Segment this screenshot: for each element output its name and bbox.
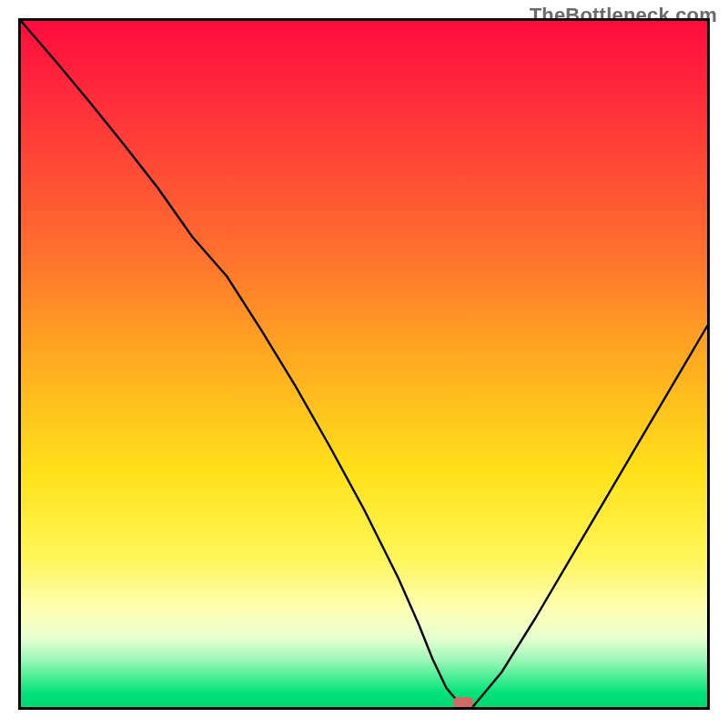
plot-frame (18, 18, 710, 710)
chart-canvas: TheBottleneck.com (0, 0, 728, 728)
bottleneck-curve (21, 21, 707, 707)
optimal-marker (453, 697, 473, 708)
